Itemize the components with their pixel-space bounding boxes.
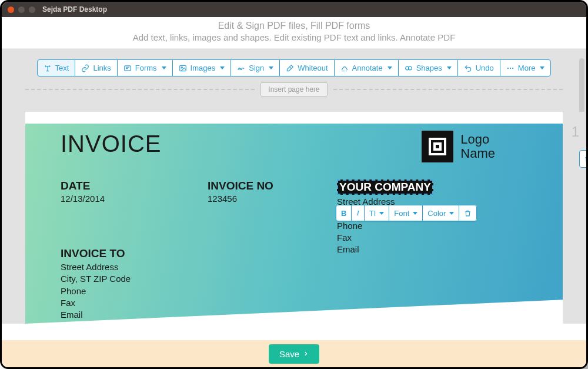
annotate-tool-label: Annotate bbox=[352, 64, 383, 72]
links-tool-button[interactable]: Links bbox=[75, 59, 117, 77]
images-tool-label: Images bbox=[191, 64, 216, 72]
whiteout-tool-button[interactable]: Whiteout bbox=[279, 59, 334, 77]
invoice-title[interactable]: INVOICE bbox=[61, 131, 161, 157]
caret-down-icon bbox=[387, 67, 392, 69]
color-label: Color bbox=[427, 209, 446, 218]
date-value[interactable]: 12/13/2014 bbox=[61, 194, 105, 204]
logo-icon bbox=[422, 131, 453, 162]
whiteout-tool-label: Whiteout bbox=[298, 64, 328, 72]
links-tool-label: Links bbox=[93, 64, 111, 72]
italic-button[interactable]: I bbox=[351, 205, 364, 221]
header-subtitle: Add text, links, images and shapes. Edit… bbox=[2, 32, 586, 42]
svg-point-6 bbox=[510, 67, 511, 68]
save-label: Save bbox=[279, 349, 299, 359]
invoice-no-value[interactable]: 123456 bbox=[208, 194, 273, 204]
text-tool-button[interactable]: Text bbox=[37, 59, 76, 77]
more-button[interactable]: More bbox=[500, 59, 552, 77]
text-size-label: TI bbox=[369, 209, 376, 218]
more-label: More bbox=[518, 64, 536, 72]
date-label[interactable]: DATE bbox=[61, 179, 105, 192]
company-email[interactable]: Email bbox=[337, 244, 490, 255]
svg-point-7 bbox=[512, 67, 513, 68]
text-size-button[interactable]: TI bbox=[364, 205, 390, 221]
image-icon bbox=[179, 64, 187, 72]
footer-bar: Save bbox=[2, 340, 586, 367]
trash-icon bbox=[584, 155, 589, 164]
text-icon bbox=[44, 64, 52, 72]
annotate-tool-button[interactable]: Annotate bbox=[334, 59, 399, 77]
color-button[interactable]: Color bbox=[422, 205, 459, 221]
undo-button[interactable]: Undo bbox=[457, 59, 500, 77]
chevron-right-icon bbox=[303, 350, 309, 357]
caret-down-icon bbox=[220, 67, 225, 69]
caret-down-icon bbox=[413, 212, 417, 215]
caret-down-icon bbox=[269, 67, 273, 69]
trash-icon bbox=[464, 210, 472, 217]
shapes-tool-label: Shapes bbox=[416, 64, 442, 72]
company-fax[interactable]: Fax bbox=[337, 232, 490, 244]
pdf-page[interactable]: INVOICE Logo Name DATE 12/13/2014 INVOIC… bbox=[25, 112, 563, 324]
eraser-icon bbox=[286, 64, 294, 72]
app-header: Edit & Sign PDF files, Fill PDF forms Ad… bbox=[2, 17, 586, 49]
company-label-selected[interactable]: YOUR COMPANY bbox=[337, 179, 433, 195]
shapes-tool-button[interactable]: Shapes bbox=[398, 59, 458, 77]
titlebar: Sejda PDF Desktop bbox=[2, 2, 586, 17]
invoice-to-city[interactable]: City, ST ZIP Code bbox=[61, 273, 131, 285]
window-close-button[interactable] bbox=[8, 6, 14, 13]
forms-tool-label: Forms bbox=[135, 64, 157, 72]
forms-tool-button[interactable]: Forms bbox=[117, 59, 173, 77]
link-icon bbox=[81, 64, 89, 72]
header-title: Edit & Sign PDF files, Fill PDF forms bbox=[2, 21, 586, 31]
font-button[interactable]: Font bbox=[389, 205, 423, 221]
company-phone[interactable]: Phone bbox=[337, 220, 490, 232]
caret-down-icon bbox=[540, 67, 544, 69]
caret-down-icon bbox=[162, 67, 166, 69]
caret-down-icon bbox=[379, 212, 384, 215]
images-tool-button[interactable]: Images bbox=[172, 59, 232, 77]
svg-point-5 bbox=[507, 67, 509, 68]
invoice-no-label[interactable]: INVOICE NO bbox=[208, 179, 273, 192]
svg-point-2 bbox=[181, 67, 182, 68]
annotate-icon bbox=[340, 64, 349, 72]
sign-tool-button[interactable]: Sign bbox=[230, 59, 280, 77]
insert-divider bbox=[25, 89, 255, 90]
window-title: Sejda PDF Desktop bbox=[42, 5, 107, 14]
save-button[interactable]: Save bbox=[269, 344, 319, 364]
main-toolbar: Text Links Forms bbox=[2, 59, 586, 77]
invoice-to-email[interactable]: Email bbox=[61, 309, 131, 321]
logo-block[interactable]: Logo Name bbox=[422, 131, 495, 162]
forms-icon bbox=[123, 64, 132, 72]
invoice-to-fax[interactable]: Fax bbox=[61, 297, 131, 309]
delete-page-button[interactable] bbox=[579, 150, 588, 168]
invoice-to-phone[interactable]: Phone bbox=[61, 285, 131, 297]
text-tool-label: Text bbox=[55, 64, 69, 72]
undo-label: Undo bbox=[476, 64, 494, 72]
caret-down-icon bbox=[449, 212, 454, 215]
logo-name-line2: Name bbox=[460, 147, 495, 161]
sign-icon bbox=[237, 64, 245, 72]
font-label: Font bbox=[394, 209, 409, 218]
invoice-to-street[interactable]: Street Address bbox=[61, 261, 131, 273]
delete-text-button[interactable] bbox=[459, 205, 477, 221]
more-icon bbox=[506, 64, 514, 72]
undo-icon bbox=[464, 64, 472, 72]
window-maximize-button[interactable] bbox=[29, 6, 35, 13]
caret-down-icon bbox=[447, 67, 452, 69]
insert-divider bbox=[333, 89, 563, 90]
bold-button[interactable]: B bbox=[336, 205, 352, 221]
window-minimize-button[interactable] bbox=[18, 6, 25, 13]
page-number: 1 bbox=[572, 124, 579, 140]
logo-name-line1: Logo bbox=[460, 132, 495, 147]
shapes-icon bbox=[405, 64, 413, 72]
sign-tool-label: Sign bbox=[249, 64, 264, 72]
text-edit-toolbar: B I TI Font Color bbox=[336, 205, 477, 221]
invoice-to-label[interactable]: INVOICE TO bbox=[61, 247, 131, 260]
insert-page-button[interactable]: Insert page here bbox=[260, 82, 327, 97]
